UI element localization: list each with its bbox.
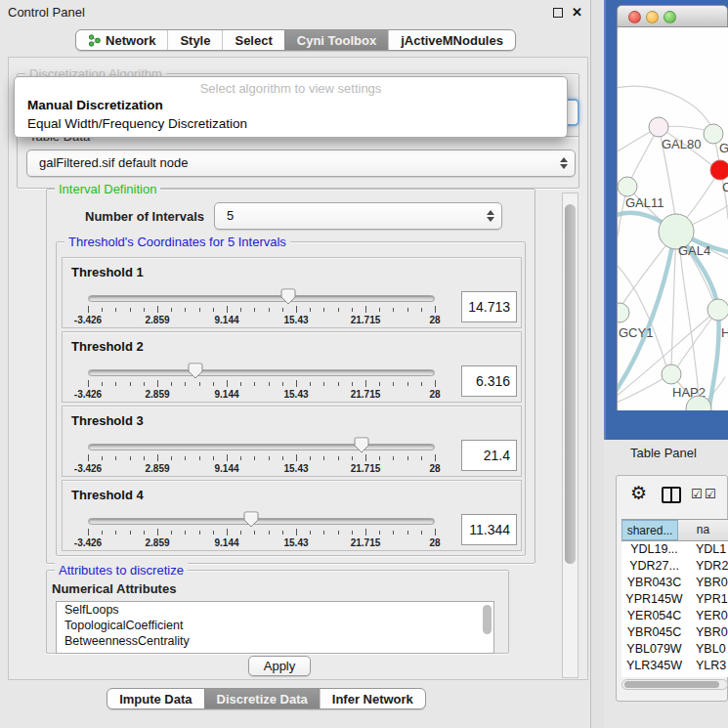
checkbox-icon[interactable]: ☑ [705, 488, 716, 500]
table-cell: YBR045C [621, 624, 687, 641]
algorithm-dropdown-popup: Select algorithm to view settings Manual… [14, 76, 568, 138]
tab-label: Cyni Toolbox [297, 33, 376, 48]
table-row[interactable]: YBR043CYBR0 [621, 575, 728, 591]
tab-jactivemnodules[interactable]: jActiveMNodules [388, 30, 515, 50]
apply-button[interactable]: Apply [248, 656, 311, 676]
tab-discretize-data[interactable]: Discretize Data [204, 689, 320, 708]
network-node-h[interactable] [707, 299, 728, 321]
threshold-value-field[interactable]: 11.344 [461, 514, 517, 545]
threshold-value-field[interactable]: 6.316 [461, 365, 517, 397]
threshold-slider-thumb[interactable] [354, 437, 369, 453]
table-cell: YIL052C [621, 674, 687, 677]
scrollbar-thumb[interactable] [565, 204, 576, 564]
tab-label: Style [180, 33, 210, 48]
table-horizontal-scrollbar[interactable] [621, 679, 728, 690]
threshold-panel-3: Threshold 3-3.4262.8599.14415.4321.71528… [62, 406, 522, 477]
threshold-panel-2: Threshold 2-3.4262.8599.14415.4321.71528… [62, 331, 522, 403]
slider-ticks [88, 380, 435, 389]
threshold-value-field[interactable]: 21.4 [461, 440, 517, 471]
list-scrollbar[interactable] [483, 605, 492, 634]
zoom-traffic-light-icon[interactable] [664, 11, 676, 23]
table-row[interactable]: YBL079WYBL0 [621, 641, 728, 658]
table-cell: YPR145W [621, 591, 687, 608]
table-cell: YER0 [687, 608, 728, 624]
number-of-intervals-combobox[interactable]: 5 [214, 202, 502, 230]
threshold-slider-thumb[interactable] [280, 288, 296, 305]
node-label: GAL80 [662, 137, 701, 151]
tab-select[interactable]: Select [222, 30, 283, 50]
algorithm-option-equal-width-frequency-discretization[interactable]: Equal Width/Frequency Discretization [15, 114, 567, 133]
threshold-slider-thumb[interactable] [243, 511, 259, 528]
table-row[interactable]: YIL052CYIL0 [621, 674, 728, 677]
table-rows: YDL19...YDL1YDR27...YDR2YBR043CYBR0YPR14… [621, 541, 728, 677]
tab-impute-data[interactable]: Impute Data [107, 689, 203, 708]
numerical-attributes-list[interactable]: SelfLoopsTopologicalCoefficientBetweenne… [56, 601, 494, 654]
threshold-slider-track[interactable] [88, 295, 435, 302]
table-cell: YLR3 [687, 658, 728, 674]
node-label-clipped: C [722, 180, 728, 194]
close-traffic-light-icon[interactable] [628, 11, 641, 23]
tab-infer-network[interactable]: Infer Network [320, 689, 425, 708]
node-label-clipped: G [719, 141, 728, 155]
table-row[interactable]: YDL19...YDL1 [621, 541, 728, 558]
network-node-gcy1[interactable] [618, 303, 629, 322]
algorithm-option-manual-discretization[interactable]: Manual Discretization [15, 96, 567, 114]
slider-ticks [88, 529, 435, 537]
threshold-slider-track[interactable] [88, 369, 435, 376]
settings-vertical-scrollbar[interactable] [562, 193, 578, 678]
screen: Control Panel ✕ NetworkStyleSelectCyni T… [0, 0, 728, 728]
network-node-gal80[interactable] [649, 117, 668, 137]
node-label: GAL4 [678, 243, 710, 258]
combo-spinner-icon [560, 150, 568, 176]
network-icon [88, 34, 101, 47]
threshold-value-field[interactable]: 14.713 [461, 291, 517, 322]
threshold-slider-thumb[interactable] [188, 363, 203, 379]
network-edge[interactable] [680, 249, 699, 398]
interval-definition-title: Interval Definition [55, 182, 160, 196]
table-cell: YIL0 [687, 674, 728, 677]
combo-spinner-icon [487, 203, 494, 229]
table-row[interactable]: YDR27...YDR2 [621, 558, 728, 575]
column-header-shared[interactable]: shared... [621, 520, 678, 540]
checkbox-icon[interactable]: ☑ [691, 488, 703, 500]
table-cell: YBR043C [621, 575, 687, 591]
threshold-slider-track[interactable] [88, 518, 435, 525]
network-node-gal11[interactable] [618, 177, 637, 196]
tab-cyni-toolbox[interactable]: Cyni Toolbox [284, 30, 388, 50]
node-table-panel: ⚙ ☑ ☑ shared...na YDL19...YDL1YDR27...YD… [616, 475, 728, 702]
numerical-attributes-label: Numerical Attributes [52, 581, 176, 596]
table-panel: Table Panel ⚙ ☑ ☑ shared...na YDL19...YD… [604, 440, 728, 728]
tab-style[interactable]: Style [167, 30, 222, 50]
threshold-label: Threshold 3 [71, 413, 144, 428]
attribute-item-selfloops[interactable]: SelfLoops [57, 602, 493, 618]
table-cell: YDL1 [687, 541, 728, 558]
minimize-traffic-light-icon[interactable] [646, 11, 659, 23]
network-view-canvas[interactable]: GAL80GAL11GAL4GCY1HHAP2GC [617, 27, 728, 410]
network-edge[interactable] [678, 234, 719, 410]
threshold-slider-track[interactable] [88, 444, 435, 450]
network-node[interactable] [710, 160, 728, 180]
table-row[interactable]: YER054CYER0 [621, 608, 728, 624]
table-data-combobox[interactable]: galFiltered.sif default node [26, 150, 576, 177]
slider-tick-labels: -3.4262.8599.14415.4321.71528 [88, 315, 435, 326]
table-row[interactable]: YPR145WYPR1 [621, 591, 728, 608]
table-cell: YBR0 [687, 624, 728, 641]
split-columns-icon[interactable] [662, 487, 681, 503]
gear-icon[interactable]: ⚙ [630, 484, 647, 503]
scrollbar-thumb[interactable] [624, 681, 719, 688]
float-window-icon[interactable] [553, 8, 563, 18]
table-row[interactable]: YLR345WYLR3 [621, 658, 728, 674]
table-header-row: shared...na [621, 519, 728, 541]
table-cell: YER054C [621, 608, 687, 624]
network-node-hap2[interactable] [662, 364, 681, 384]
tab-label: Network [106, 33, 155, 48]
attribute-item-topologicalcoefficient[interactable]: TopologicalCoefficient [57, 618, 493, 633]
tab-network[interactable]: Network [76, 30, 167, 50]
table-row[interactable]: YBR045CYBR0 [621, 624, 728, 641]
node-label: GAL11 [625, 195, 664, 210]
threshold-panel-1: Threshold 1-3.4262.8599.14415.4321.71528… [62, 257, 522, 328]
attribute-item-betweennesscentrality[interactable]: BetweennessCentrality [57, 633, 493, 649]
number-of-intervals-value: 5 [227, 208, 234, 223]
column-header-na[interactable]: na [678, 520, 728, 540]
close-icon[interactable]: ✕ [572, 5, 582, 20]
